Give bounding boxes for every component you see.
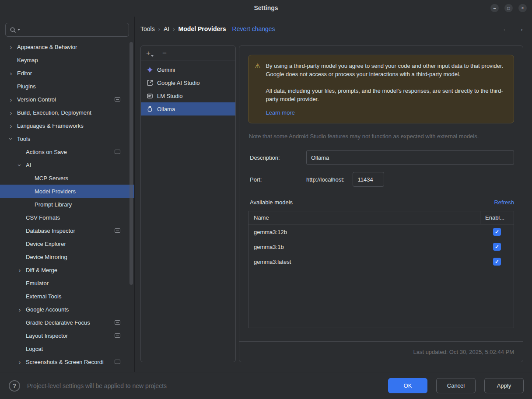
add-caret-icon (151, 55, 154, 57)
refresh-link[interactable]: Refresh (494, 199, 514, 206)
sidebar-item-csv-formats[interactable]: CSV Formats (0, 211, 134, 224)
help-icon: ? (13, 382, 17, 389)
shared-settings-icon (115, 228, 120, 233)
sidebar-item-plugins[interactable]: Plugins (0, 80, 134, 93)
model-enabled-checkbox[interactable]: ✓ (493, 243, 501, 251)
settings-search-input[interactable] (21, 27, 125, 33)
revert-changes-link[interactable]: Revert changes (232, 25, 275, 32)
sidebar-item-device-mirroring[interactable]: Device Mirroring (0, 250, 134, 263)
port-input[interactable] (353, 172, 384, 187)
shared-settings-icon (115, 360, 120, 364)
lm-studio-icon (146, 93, 153, 99)
cancel-button[interactable]: Cancel (436, 378, 476, 393)
warning-paragraph-1: By using a third-party model you agree t… (266, 62, 507, 78)
breadcrumb-ai[interactable]: AI (164, 25, 169, 32)
ok-button[interactable]: OK (388, 378, 427, 393)
provider-detail-panel: ⚠ By using a third-party model you agree… (239, 46, 523, 362)
add-provider-button[interactable]: + (146, 49, 154, 57)
back-arrow-icon[interactable]: ← (502, 24, 510, 33)
chevron-right-icon: › (7, 70, 15, 77)
provider-label: Ollama (157, 106, 175, 112)
breadcrumb-tools[interactable]: Tools (140, 25, 155, 32)
sidebar-item-label: Build, Execution, Deployment (17, 109, 91, 116)
sidebar-item-build-execution-deployment[interactable]: ›Build, Execution, Deployment (0, 106, 134, 119)
close-button[interactable]: × (518, 4, 527, 12)
detail-panel-footer: Last updated: Oct 30, 2025, 5:02:44 PM (239, 341, 523, 362)
gemini-icon (146, 66, 153, 73)
sidebar-item-emulator[interactable]: Emulator (0, 276, 134, 290)
maximize-button[interactable]: □ (504, 4, 513, 12)
provider-item-google-ai-studio[interactable]: Google AI Studio (141, 76, 235, 89)
sidebar-item-version-control[interactable]: ›Version Control (0, 93, 134, 106)
sidebar-item-label: Languages & Frameworks (17, 122, 84, 129)
port-label: Port: (250, 176, 306, 183)
remove-provider-button[interactable]: − (162, 49, 167, 57)
shared-settings-icon (115, 333, 120, 338)
apply-button[interactable]: Apply (484, 378, 524, 393)
forward-arrow-icon[interactable]: → (517, 24, 524, 33)
sidebar-item-google-accounts[interactable]: ›Google Accounts (0, 303, 134, 316)
third-party-warning-banner: ⚠ By using a third-party model you agree… (248, 55, 514, 123)
sidebar-item-screenshots-screen-recording[interactable]: ›Screenshots & Screen Recordi (0, 355, 134, 368)
models-table-header-enabled[interactable]: Enabl... (480, 211, 514, 224)
sidebar-scrollbar[interactable] (130, 42, 133, 285)
warning-paragraph-2: All data, including your files, prompts,… (266, 87, 507, 103)
provider-item-lm-studio[interactable]: LM Studio (141, 89, 235, 102)
settings-search-box[interactable] (5, 23, 129, 37)
sidebar-item-label: Google Accounts (26, 306, 69, 313)
sidebar-item-mcp-servers[interactable]: MCP Servers (0, 172, 134, 185)
description-input[interactable] (306, 150, 514, 165)
ollama-icon (146, 106, 153, 112)
sidebar-item-editor[interactable]: ›Editor (0, 66, 134, 80)
sidebar-item-label: External Tools (26, 293, 61, 300)
sidebar-item-label: Logcat (26, 346, 43, 352)
help-button[interactable]: ? (9, 380, 20, 392)
sidebar-item-label: Appearance & Behavior (17, 44, 77, 50)
sidebar-item-model-providers[interactable]: Model Providers (0, 185, 134, 198)
sidebar-item-diff-merge[interactable]: ›Diff & Merge (0, 263, 134, 276)
footer-buttons: OK Cancel Apply (388, 378, 524, 393)
sidebar-item-label: Diff & Merge (26, 267, 57, 273)
learn-more-link[interactable]: Learn more (266, 109, 294, 116)
model-name: gemma3:12b (248, 229, 480, 235)
chevron-down-icon: › (8, 135, 14, 143)
chevron-right-icon: › (7, 96, 15, 103)
chevron-right-icon: › (7, 109, 15, 116)
sidebar-item-external-tools[interactable]: External Tools (0, 290, 134, 303)
sidebar-item-layout-inspector[interactable]: Layout Inspector (0, 329, 134, 342)
provider-item-ollama[interactable]: Ollama (141, 102, 235, 116)
sidebar-item-actions-on-save[interactable]: Actions on Save (0, 145, 134, 158)
breadcrumb-separator-icon: › (158, 26, 160, 32)
sidebar-item-keymap[interactable]: Keymap (0, 53, 134, 66)
sidebar-item-appearance-behavior[interactable]: ›Appearance & Behavior (0, 40, 134, 53)
check-icon: ✓ (495, 244, 499, 250)
window-title: Settings (254, 4, 278, 11)
sidebar-item-prompt-library[interactable]: Prompt Library (0, 198, 134, 211)
minimize-button[interactable]: – (490, 4, 499, 12)
table-row[interactable]: gemma3:latest ✓ (248, 254, 514, 269)
warning-icon: ⚠ (255, 62, 260, 116)
provider-item-gemini[interactable]: Gemini (141, 63, 235, 76)
sidebar-item-languages-frameworks[interactable]: ›Languages & Frameworks (0, 119, 134, 132)
sidebar-item-label: Device Explorer (26, 241, 66, 247)
settings-tree: ›Appearance & Behavior Keymap ›Editor Pl… (0, 40, 134, 368)
window-controls: – □ × (490, 4, 527, 12)
minus-icon: − (162, 49, 167, 57)
chevron-right-icon: › (16, 267, 24, 273)
table-row[interactable]: gemma3:1b ✓ (248, 239, 514, 254)
models-table-header-name[interactable]: Name (248, 211, 480, 224)
sidebar-item-tools[interactable]: ›Tools (0, 132, 134, 145)
sidebar-item-gradle-declarative-focus[interactable]: Gradle Declarative Focus (0, 316, 134, 329)
sidebar-item-label: Version Control (17, 96, 56, 103)
model-enabled-checkbox[interactable]: ✓ (493, 228, 501, 236)
description-row: Description: (250, 150, 514, 165)
sidebar-item-database-inspector[interactable]: Database Inspector (0, 224, 134, 237)
sidebar-item-label: Keymap (17, 57, 38, 63)
sidebar-item-device-explorer[interactable]: Device Explorer (0, 237, 134, 250)
sidebar-item-logcat[interactable]: Logcat (0, 342, 134, 355)
models-table: Name Enabl... gemma3:12b ✓ gemma3:1b ✓ g… (248, 211, 514, 328)
sidebar-item-ai[interactable]: ›AI (0, 158, 134, 172)
table-row[interactable]: gemma3:12b ✓ (248, 224, 514, 239)
model-enabled-checkbox[interactable]: ✓ (493, 258, 501, 266)
search-history-caret-icon (18, 29, 20, 31)
